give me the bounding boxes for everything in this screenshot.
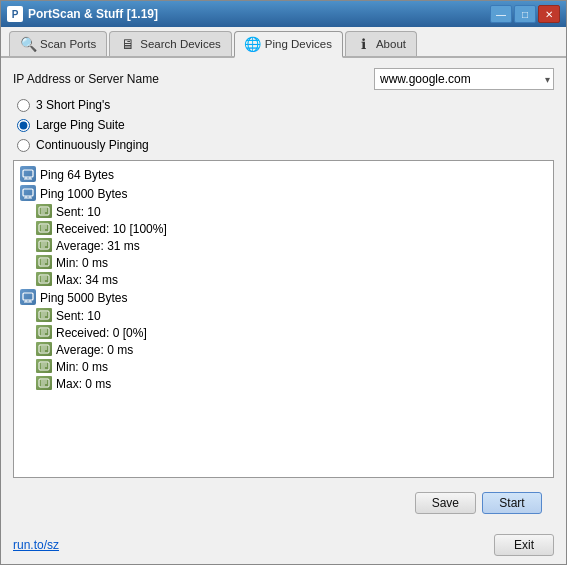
result-icon <box>36 238 52 253</box>
ping-icon <box>20 185 36 202</box>
tab-about-label: About <box>376 38 406 50</box>
radio-short-ping-input[interactable] <box>17 99 30 112</box>
tree-item: Ping 64 Bytes <box>18 165 549 184</box>
tree-item: Received: 0 [0%] <box>34 324 549 341</box>
footer: run.to/sz Exit <box>1 530 566 564</box>
tree-item-text: Average: 0 ms <box>56 343 133 357</box>
close-button[interactable]: ✕ <box>538 5 560 23</box>
tree-item-text: Sent: 10 <box>56 309 101 323</box>
radio-short-ping[interactable]: 3 Short Ping's <box>17 98 550 112</box>
ip-select-wrapper: www.google.com ▾ <box>374 68 554 90</box>
tree-item-text: Ping 5000 Bytes <box>40 291 127 305</box>
footer-link[interactable]: run.to/sz <box>13 538 59 552</box>
main-content: IP Address or Server Name www.google.com… <box>1 58 566 530</box>
tree-item: Ping 5000 Bytes <box>18 288 549 307</box>
tab-about[interactable]: ℹ About <box>345 31 417 56</box>
result-icon <box>36 204 52 219</box>
tree-item: Average: 0 ms <box>34 341 549 358</box>
main-window: P PortScan & Stuff [1.19] — □ ✕ 🔍 Scan P… <box>0 0 567 565</box>
result-icon <box>36 376 52 391</box>
radio-large-ping-label: Large Ping Suite <box>36 118 125 132</box>
tab-ping-devices[interactable]: 🌐 Ping Devices <box>234 31 343 58</box>
title-controls: — □ ✕ <box>490 5 560 23</box>
tree-item: Max: 34 ms <box>34 271 549 288</box>
tree-item-text: Average: 31 ms <box>56 239 140 253</box>
svg-rect-28 <box>23 293 33 300</box>
radio-large-ping[interactable]: Large Ping Suite <box>17 118 550 132</box>
tree-item: Received: 10 [100%] <box>34 220 549 237</box>
tree-item-text: Received: 0 [0%] <box>56 326 147 340</box>
tab-scan-ports-label: Scan Ports <box>40 38 96 50</box>
tab-ping-devices-label: Ping Devices <box>265 38 332 50</box>
app-icon: P <box>7 6 23 22</box>
result-icon <box>36 272 52 287</box>
minimize-button[interactable]: — <box>490 5 512 23</box>
ip-row: IP Address or Server Name www.google.com… <box>13 68 554 90</box>
result-icon <box>36 359 52 374</box>
tree-item-text: Max: 0 ms <box>56 377 111 391</box>
tree-item-text: Ping 1000 Bytes <box>40 187 127 201</box>
radio-group: 3 Short Ping's Large Ping Suite Continuo… <box>13 98 554 152</box>
radio-short-ping-label: 3 Short Ping's <box>36 98 110 112</box>
tree-item-text: Min: 0 ms <box>56 360 108 374</box>
tree-item-text: Received: 10 [100%] <box>56 222 167 236</box>
tree-item: Min: 0 ms <box>34 254 549 271</box>
ping-devices-icon: 🌐 <box>245 36 261 52</box>
result-icon <box>36 221 52 236</box>
tab-search-devices-label: Search Devices <box>140 38 221 50</box>
radio-continuous-ping-label: Continuously Pinging <box>36 138 149 152</box>
result-icon <box>36 325 52 340</box>
scan-ports-icon: 🔍 <box>20 36 36 52</box>
ip-label: IP Address or Server Name <box>13 72 159 86</box>
tree-item: Max: 0 ms <box>34 375 549 392</box>
ping-icon <box>20 289 36 306</box>
title-bar-left: P PortScan & Stuff [1.19] <box>7 6 158 22</box>
bottom-bar: Save Start <box>13 486 554 520</box>
tree-item: Average: 31 ms <box>34 237 549 254</box>
ip-select[interactable]: www.google.com <box>374 68 554 90</box>
tab-scan-ports[interactable]: 🔍 Scan Ports <box>9 31 107 56</box>
radio-continuous-ping[interactable]: Continuously Pinging <box>17 138 550 152</box>
svg-rect-4 <box>23 189 33 196</box>
exit-button[interactable]: Exit <box>494 534 554 556</box>
tree-item: Ping 1000 Bytes <box>18 184 549 203</box>
ping-icon <box>20 166 36 183</box>
result-icon <box>36 342 52 357</box>
svg-rect-0 <box>23 170 33 177</box>
about-icon: ℹ <box>356 36 372 52</box>
result-icon <box>36 255 52 270</box>
result-icon <box>36 308 52 323</box>
maximize-button[interactable]: □ <box>514 5 536 23</box>
tree-item: Sent: 10 <box>34 203 549 220</box>
window-title: PortScan & Stuff [1.19] <box>28 7 158 21</box>
title-bar: P PortScan & Stuff [1.19] — □ ✕ <box>1 1 566 27</box>
tab-bar: 🔍 Scan Ports 🖥 Search Devices 🌐 Ping Dev… <box>1 27 566 58</box>
tree-item-text: Ping 64 Bytes <box>40 168 114 182</box>
save-button[interactable]: Save <box>415 492 476 514</box>
radio-continuous-ping-input[interactable] <box>17 139 30 152</box>
start-button[interactable]: Start <box>482 492 542 514</box>
search-devices-icon: 🖥 <box>120 36 136 52</box>
tree-item-text: Min: 0 ms <box>56 256 108 270</box>
radio-large-ping-input[interactable] <box>17 119 30 132</box>
tree-item-text: Max: 34 ms <box>56 273 118 287</box>
tree-item: Min: 0 ms <box>34 358 549 375</box>
tab-search-devices[interactable]: 🖥 Search Devices <box>109 31 232 56</box>
tree-item: Sent: 10 <box>34 307 549 324</box>
results-box: Ping 64 BytesPing 1000 BytesSent: 10Rece… <box>13 160 554 478</box>
tree-item-text: Sent: 10 <box>56 205 101 219</box>
bottom-buttons: Save Start <box>415 492 542 514</box>
